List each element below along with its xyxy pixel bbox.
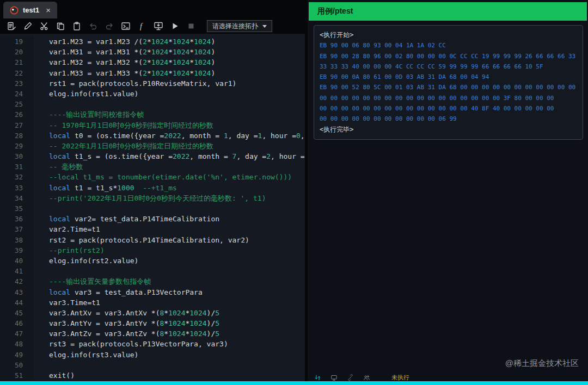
code-line[interactable]: 29-- 2022年1月1日0时0分0秒到指定日期经过的秒数 (0, 141, 305, 151)
code-line[interactable]: 40elog.info(rst2.value) (0, 256, 305, 266)
code-line[interactable]: 36local var2= test_data.P14TimeCalibrati… (0, 214, 305, 224)
undo-icon[interactable] (85, 20, 101, 33)
terminal-icon[interactable] (118, 20, 134, 33)
line-number: 42 (0, 276, 34, 287)
code-line[interactable]: 19var1.M23 = var1.M23 /(2*1024*1024*1024… (0, 36, 305, 47)
code-line[interactable]: 28local t0 = (os.time({year =2022, month… (0, 131, 305, 141)
code-text: var3.AntZv = var3.AntZv *(8*1024*1024)/5 (34, 328, 305, 339)
code-text (34, 360, 305, 370)
code-text: var3.AntYv = var3.AntYv *(8*1024*1024)/5 (34, 318, 305, 328)
code-editor[interactable]: 19var1.M23 = var1.M23 /(2*1024*1024*1024… (0, 34, 305, 381)
code-line[interactable]: 49elog.info(rst3.value) (0, 350, 305, 360)
code-line[interactable]: 37var2.Time=t1 (0, 224, 305, 234)
code-text: --local t1_ms = tonumber(etimer.date('%n… (34, 172, 305, 182)
download-to-device-icon[interactable] (150, 20, 167, 33)
line-number: 37 (0, 224, 34, 234)
code-text: var3.Time=t1 (34, 297, 305, 308)
users-icon[interactable] (363, 374, 370, 381)
tab-test1[interactable]: test1 × (3, 2, 57, 18)
link-icon[interactable] (347, 374, 354, 381)
code-text: ----输出设置矢量参数包指令帧 (34, 276, 305, 287)
line-number: 34 (0, 193, 34, 203)
code-line[interactable]: 47var3.AntZv = var3.AntZv *(8*1024*1024)… (0, 328, 305, 339)
new-script-icon[interactable] (3, 20, 20, 33)
code-line[interactable]: 43local var3 = test_data.P13VectorPara (0, 287, 305, 297)
code-text: var1.M31 = var1.M31 *(2*1024*1024*1024) (34, 47, 305, 57)
code-line[interactable]: 46var3.AntYv = var3.AntYv *(8*1024*1024)… (0, 318, 305, 328)
code-line[interactable]: 20var1.M31 = var1.M31 *(2*1024*1024*1024… (0, 47, 305, 57)
line-number: 46 (0, 318, 34, 328)
code-text: local t1 = t1_s*1000 --+t1_ms (34, 183, 305, 193)
line-number: 38 (0, 235, 34, 245)
code-text (34, 203, 305, 214)
line-number: 44 (0, 297, 34, 308)
code-line[interactable]: 26----输出设置时间校准指令帧 (0, 109, 305, 120)
code-line[interactable]: 22var1.M33 = var1.M33 *(2*1024*1024*1024… (0, 68, 305, 78)
code-line[interactable]: 34--print('2022年1月1日0时0分0秒到今天经过的毫秒数: ', … (0, 193, 305, 203)
watermark: @稀土掘金技术社区 (505, 358, 579, 369)
code-text: var2.Time=t1 (34, 224, 305, 234)
code-line[interactable]: 24elog.info(rst1.value) (0, 89, 305, 99)
code-line[interactable]: 45var3.AntXv = var3.AntXv *(8*1024*1024)… (0, 308, 305, 318)
sync-arrows-icon[interactable] (314, 374, 321, 381)
code-text: local var2= test_data.P14TimeCalibration (34, 214, 305, 224)
line-number: 26 (0, 109, 34, 120)
code-text: var1.M33 = var1.M33 *(2*1024*1024*1024) (34, 68, 305, 78)
status-bar: 未执行 (308, 374, 588, 381)
device-monitor-icon[interactable] (330, 374, 338, 381)
code-text: --print(rst2) (34, 245, 305, 256)
stop-icon[interactable] (183, 20, 199, 33)
code-line[interactable]: 33local t1 = t1_s*1000 --+t1_ms (0, 183, 305, 193)
topology-select[interactable]: 请选择连接拓扑 (207, 20, 272, 32)
app-window: test1 × f 请选择连接拓扑 19var1.M23 = var1.M23 … (0, 0, 588, 385)
code-text: local t0 = (os.time({year =2022, month =… (34, 131, 305, 141)
paste-icon[interactable] (69, 20, 85, 33)
line-number: 22 (0, 68, 34, 78)
code-line[interactable]: 32--local t1_ms = tonumber(etimer.date('… (0, 172, 305, 182)
code-line[interactable]: 41 (0, 266, 305, 276)
copy-icon[interactable] (52, 20, 69, 33)
function-icon[interactable]: f (134, 20, 150, 33)
line-number: 28 (0, 131, 34, 141)
code-line[interactable]: 38rst2 = pack(protocols.P14TimeCalibrati… (0, 235, 305, 245)
code-line[interactable]: 27-- 1970年1月1日0时0分0秒到指定时间经过的秒数 (0, 120, 305, 131)
line-number: 19 (0, 36, 34, 47)
line-number: 21 (0, 57, 34, 67)
code-line[interactable]: 39--print(rst2) (0, 245, 305, 256)
code-line[interactable]: 25 (0, 99, 305, 109)
code-line[interactable]: 21var1.M32 = var1.M32 *(2*1024*1024*1024… (0, 57, 305, 67)
edit-pen-icon[interactable] (20, 20, 36, 33)
app-logo-icon (10, 6, 19, 15)
line-number: 25 (0, 99, 34, 109)
line-number: 20 (0, 47, 34, 57)
line-number: 39 (0, 245, 34, 256)
code-line[interactable]: 35 (0, 203, 305, 214)
code-line[interactable]: 31-- 毫秒数 (0, 162, 305, 172)
code-line[interactable]: 50 (0, 360, 305, 370)
tab-close-icon[interactable]: × (46, 5, 51, 15)
code-text: elog.info(rst2.value) (34, 256, 305, 266)
toolbar-icons: f (3, 20, 199, 33)
code-text: -- 2022年1月1日0时0分0秒到指定日期经过的秒数 (34, 141, 305, 151)
code-line[interactable]: 48rst3 = pack(protocols.P13VectorPara, v… (0, 339, 305, 349)
code-text: exit() (34, 370, 305, 381)
code-line[interactable]: 44var3.Time=t1 (0, 297, 305, 308)
hex-output-line: 00 00 00 00 00 00 00 00 00 00 00 00 00 0… (320, 93, 577, 103)
code-line[interactable]: 23rst1 = pack(protocols.P10ReviseMatrix,… (0, 78, 305, 89)
code-text (34, 266, 305, 276)
line-number: 41 (0, 266, 34, 276)
topology-select-label: 请选择连接拓扑 (212, 22, 258, 31)
code-line[interactable]: 42----输出设置矢量参数包指令帧 (0, 276, 305, 287)
chevron-down-icon (262, 25, 267, 28)
hex-output-line: EB 90 00 06 80 93 00 04 1A 1A 02 CC (320, 40, 577, 51)
redo-icon[interactable] (101, 20, 118, 33)
line-number: 51 (0, 370, 34, 381)
line-number: 49 (0, 350, 34, 360)
run-icon[interactable] (167, 20, 183, 33)
line-number: 43 (0, 287, 34, 297)
code-line[interactable]: 51exit() (0, 370, 305, 381)
cut-icon[interactable] (36, 20, 52, 33)
code-text: rst2 = pack(protocols.P14TimeCalibration… (34, 235, 305, 245)
tab-bar: test1 × (0, 0, 305, 18)
code-line[interactable]: 30local t1_s = (os.time({year =2022, mon… (0, 151, 305, 162)
